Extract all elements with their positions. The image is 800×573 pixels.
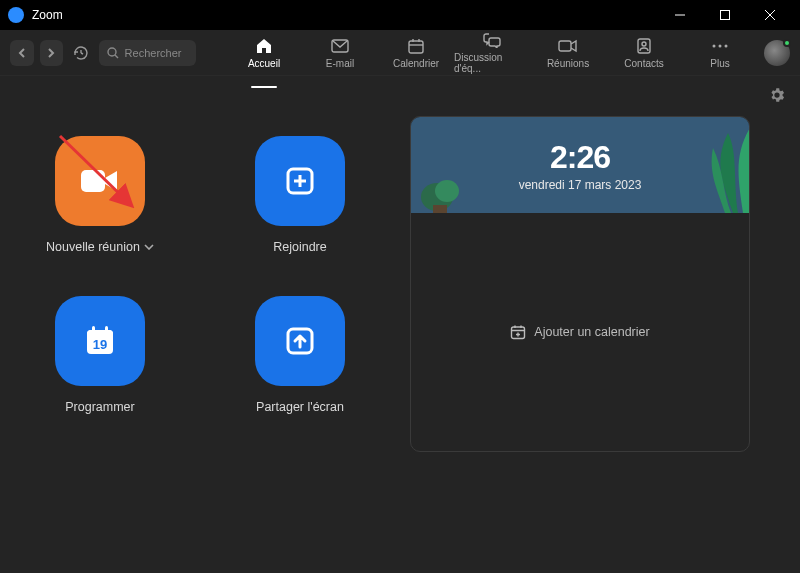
- calendar-icon: [408, 37, 424, 55]
- main-toolbar: Rechercher Accueil E-mail Calendrier Dis…: [0, 30, 800, 76]
- svg-rect-27: [105, 326, 108, 333]
- new-meeting-action[interactable]: Nouvelle réunion: [25, 136, 175, 286]
- tab-label: Calendrier: [393, 58, 439, 69]
- svg-line-7: [115, 55, 118, 58]
- plant-decoration-icon: [417, 165, 463, 213]
- window-title: Zoom: [32, 8, 657, 22]
- search-icon: [107, 47, 119, 59]
- envelope-icon: [331, 37, 349, 55]
- tab-calendar[interactable]: Calendrier: [378, 31, 454, 74]
- tab-more[interactable]: Plus: [682, 31, 758, 74]
- tab-team-chat[interactable]: Discussion d'éq...: [454, 31, 530, 74]
- video-icon: [558, 37, 578, 55]
- calendar-tile-icon: 19: [55, 296, 145, 386]
- profile-avatar[interactable]: [764, 40, 790, 66]
- settings-button[interactable]: [768, 86, 786, 108]
- clock-banner: 2:26 vendredi 17 mars 2023: [411, 117, 749, 213]
- join-label: Rejoindre: [273, 240, 327, 254]
- svg-point-18: [725, 44, 728, 47]
- join-action[interactable]: Rejoindre: [225, 136, 375, 286]
- share-screen-action[interactable]: Partager l'écran: [225, 296, 375, 446]
- svg-rect-13: [559, 41, 571, 51]
- svg-rect-9: [409, 41, 423, 53]
- tab-label: Réunions: [547, 58, 589, 69]
- tab-contacts[interactable]: Contacts: [606, 31, 682, 74]
- search-input[interactable]: Rechercher: [99, 40, 196, 66]
- tab-label: Plus: [710, 58, 729, 69]
- window-titlebar: Zoom: [0, 0, 800, 30]
- svg-rect-26: [92, 326, 95, 333]
- video-camera-icon: [55, 136, 145, 226]
- svg-rect-32: [433, 205, 447, 213]
- svg-text:19: 19: [93, 337, 107, 352]
- tab-label: Accueil: [248, 58, 280, 69]
- zoom-logo-icon: [8, 7, 24, 23]
- share-label: Partager l'écran: [256, 400, 344, 414]
- clock-date: vendredi 17 mars 2023: [519, 178, 642, 192]
- svg-point-17: [719, 44, 722, 47]
- svg-rect-20: [81, 170, 105, 192]
- tab-label: Contacts: [624, 58, 663, 69]
- svg-rect-1: [720, 11, 729, 20]
- home-icon: [255, 37, 273, 55]
- window-maximize-button[interactable]: [702, 0, 747, 30]
- tab-home[interactable]: Accueil: [226, 31, 302, 74]
- share-arrow-icon: [255, 296, 345, 386]
- svg-point-16: [713, 44, 716, 47]
- chevron-down-icon[interactable]: [144, 244, 154, 250]
- svg-line-5: [81, 53, 83, 54]
- svg-point-15: [642, 42, 646, 46]
- nav-back-button[interactable]: [10, 40, 34, 66]
- svg-point-31: [435, 180, 459, 202]
- plus-icon: [255, 136, 345, 226]
- window-minimize-button[interactable]: [657, 0, 702, 30]
- schedule-label: Programmer: [65, 400, 134, 414]
- nav-forward-button[interactable]: [40, 40, 64, 66]
- clock-time: 2:26: [550, 139, 610, 176]
- contacts-icon: [636, 37, 652, 55]
- tab-meetings[interactable]: Réunions: [530, 31, 606, 74]
- plant-decoration-icon: [683, 116, 750, 213]
- schedule-action[interactable]: 19 Programmer: [25, 296, 175, 446]
- tab-label: Discussion d'éq...: [454, 52, 530, 74]
- search-placeholder: Rechercher: [125, 47, 182, 59]
- tab-label: E-mail: [326, 58, 354, 69]
- nav-tabs: Accueil E-mail Calendrier Discussion d'é…: [202, 31, 758, 74]
- window-close-button[interactable]: [747, 0, 792, 30]
- history-button[interactable]: [69, 40, 93, 66]
- add-calendar-label: Ajouter un calendrier: [534, 325, 649, 339]
- new-meeting-label: Nouvelle réunion: [46, 240, 140, 254]
- calendar-card: 2:26 vendredi 17 mars 2023 Ajouter un ca…: [410, 116, 750, 452]
- calendar-add-icon: [510, 324, 526, 340]
- tab-email[interactable]: E-mail: [302, 31, 378, 74]
- chat-icon: [483, 31, 501, 49]
- svg-rect-25: [87, 330, 113, 337]
- svg-point-6: [108, 48, 116, 56]
- add-calendar-button[interactable]: Ajouter un calendrier: [510, 324, 649, 340]
- status-indicator-icon: [783, 39, 791, 47]
- more-icon: [712, 37, 728, 55]
